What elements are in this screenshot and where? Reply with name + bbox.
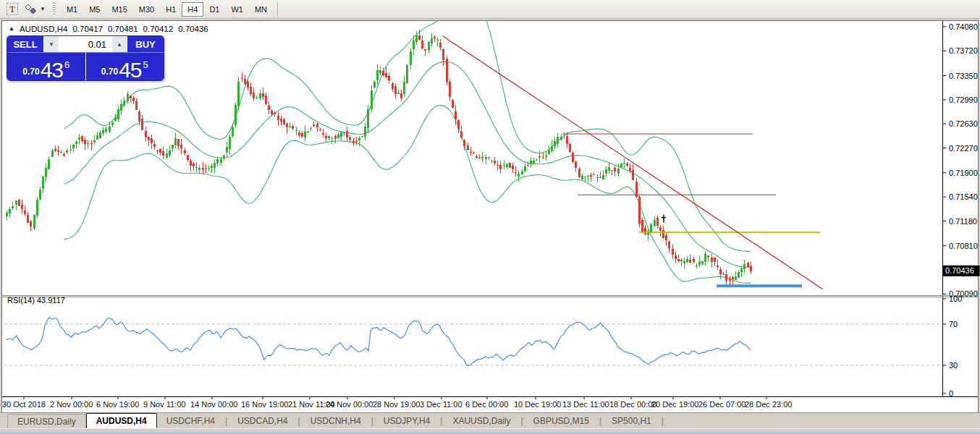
triangle-down-icon: ▼ [48,41,54,48]
text-tool-icon: T [7,3,18,15]
chart-tab-bar: EURUSD,DailyAUDUSD,H4USDCHF,H4|USDCAD,H4… [0,412,980,428]
chart-tab-AUDUSD-H4[interactable]: AUDUSD,H4 [86,413,157,428]
chart-tab-GBPUSD-M15[interactable]: GBPUSD,M15 [524,414,599,428]
buy-button[interactable]: BUY [127,36,164,52]
chart-tab-USDJPY-H4[interactable]: USDJPY,H4 [374,414,439,428]
sell-price-pip: 6 [64,60,69,69]
buy-price-pip: 5 [143,60,148,69]
ohlc-close: 0.70436 [178,25,208,33]
sell-price-big: 43 [41,61,63,80]
timeframe-MN[interactable]: MN [249,2,273,17]
volume-input[interactable]: 0.01 [59,36,111,52]
chart-tab-XAUUSD-Daily[interactable]: XAUUSD,Daily [443,414,520,428]
text-tool-button[interactable]: T [4,2,20,17]
buy-price-box[interactable]: 0.70 45 5 [86,53,164,80]
timeframe-M30[interactable]: M30 [133,2,160,17]
sell-price-box[interactable]: 0.70 43 6 [7,53,85,80]
toolbar-grip[interactable] [53,3,56,16]
buy-price-prefix: 0.70 [101,67,118,76]
toolbar-separator [277,2,278,17]
buy-price-big: 45 [119,61,141,80]
sell-button[interactable]: SELL [7,36,43,52]
diamonds-icon [24,4,38,15]
symbol-title: AUDUSD,H4 [20,25,67,33]
timeframe-W1[interactable]: W1 [225,2,249,17]
one-click-trading-panel: SELL ▼ 0.01 ▲ BUY 0.70 43 6 0.70 45 5 [7,36,164,80]
triangle-up-icon: ▲ [117,41,122,48]
symbol-header: ▲ AUDUSD,H4 0.70417 0.70481 0.70412 0.70… [9,25,208,33]
chart-tab-USDCHF-H4[interactable]: USDCHF,H4 [157,414,224,428]
tab-separator: | [661,416,664,426]
chart-tab-USDCAD-H4[interactable]: USDCAD,H4 [228,414,297,428]
timeframe-bar: M1M5M15M30H1H4D1W1MN [61,2,273,17]
objects-tool-button[interactable]: ▼ [22,2,48,17]
ohlc-low: 0.70412 [143,25,174,33]
timeframe-M5[interactable]: M5 [83,2,106,17]
chart-canvas[interactable] [1,20,979,428]
timeframe-M1[interactable]: M1 [61,2,83,17]
timeframe-H4[interactable]: H4 [182,2,203,17]
chart-tab-USDCNH-H4[interactable]: USDCNH,H4 [301,414,371,428]
collapse-panel-arrow-icon[interactable]: ▲ [9,26,14,32]
timeframe-M15[interactable]: M15 [106,2,132,17]
volume-decrease-button[interactable]: ▼ [44,36,59,52]
ohlc-open: 0.70417 [72,25,103,33]
chart-tab-EURUSD-Daily[interactable]: EURUSD,Daily [7,414,86,428]
sell-price-prefix: 0.70 [22,67,39,76]
volume-increase-button[interactable]: ▲ [112,36,127,52]
status-bar [0,428,980,434]
ohlc-high: 0.70481 [108,25,138,33]
timeframe-D1[interactable]: D1 [203,2,225,17]
chevron-down-icon: ▼ [40,6,46,12]
chart-tab-SP500-H1[interactable]: SP500,H1 [602,414,661,428]
timeframe-H1[interactable]: H1 [160,2,182,17]
toolbar: T ▼ M1M5M15M30H1H4D1W1MN [0,0,980,19]
